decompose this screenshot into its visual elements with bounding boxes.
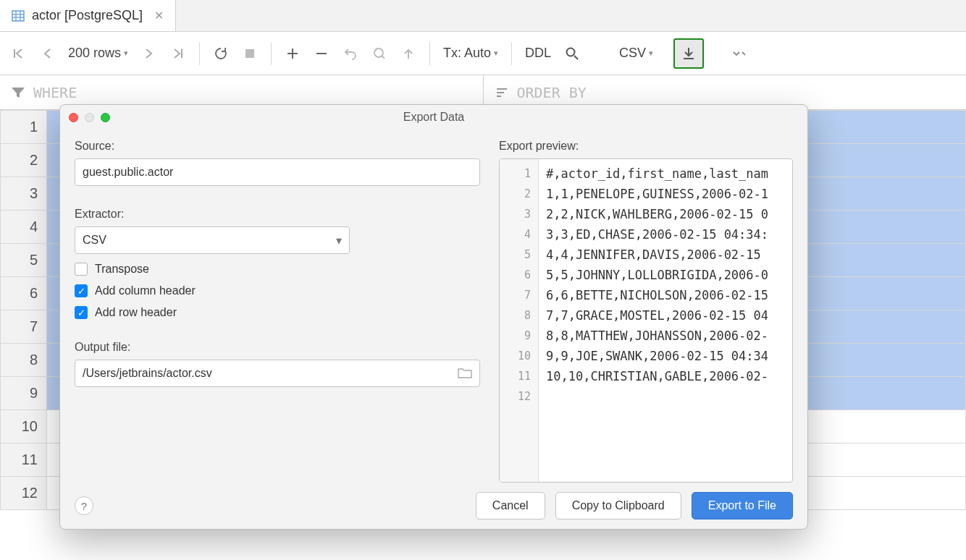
preview-label: Export preview: — [499, 140, 793, 153]
row-number[interactable]: 11 — [1, 444, 47, 477]
row-number[interactable]: 4 — [1, 211, 47, 244]
prev-page-button[interactable] — [35, 41, 59, 66]
row-number[interactable]: 7 — [1, 310, 47, 344]
reload-button[interactable] — [209, 41, 233, 66]
filter-icon — [10, 85, 26, 101]
last-page-button[interactable] — [166, 41, 190, 66]
add-row-button[interactable] — [280, 41, 305, 66]
chevron-down-icon: ▾ — [124, 48, 128, 58]
checkbox-checked-icon: ✓ — [75, 284, 88, 297]
svg-point-7 — [567, 48, 575, 56]
cancel-button[interactable]: Cancel — [476, 492, 545, 519]
export-preview: 123456789101112 #,actor_id,first_name,la… — [499, 158, 793, 483]
checkbox-checked-icon: ✓ — [75, 306, 88, 319]
source-label: Source: — [75, 140, 480, 153]
close-icon[interactable]: ✕ — [154, 9, 164, 22]
tx-mode-dropdown[interactable]: Tx: Auto▾ — [439, 46, 503, 61]
chevron-down-icon: ▾ — [649, 48, 653, 58]
chevron-down-icon: ▾ — [494, 48, 498, 58]
tab-title: actor [PostgreSQL] — [32, 8, 143, 23]
sort-icon — [494, 85, 510, 101]
export-to-file-button[interactable]: Export to File — [692, 492, 793, 519]
extractor-select[interactable]: CSV ▾ — [75, 226, 350, 254]
row-number[interactable]: 10 — [1, 410, 47, 444]
export-button[interactable] — [673, 38, 704, 69]
stop-button[interactable] — [238, 41, 262, 66]
extractor-label: Extractor: — [75, 208, 480, 221]
output-file-label: Output file: — [75, 341, 480, 354]
add-column-header-checkbox[interactable]: ✓ Add column header — [75, 284, 480, 297]
preview-lines: #,actor_id,first_name,last_nam1,1,PENELO… — [539, 159, 792, 482]
add-row-header-checkbox[interactable]: ✓ Add row header — [75, 306, 480, 319]
transpose-checkbox[interactable]: Transpose — [75, 263, 480, 276]
tab-actor[interactable]: actor [PostgreSQL] ✕ — [0, 0, 176, 31]
row-number[interactable]: 12 — [1, 477, 47, 510]
format-dropdown[interactable]: CSV▾ — [615, 46, 658, 61]
row-number[interactable]: 3 — [1, 177, 47, 211]
chevron-down-icon: ▾ — [336, 234, 342, 247]
table-icon — [12, 9, 25, 22]
preview-button[interactable] — [367, 41, 392, 66]
row-number[interactable]: 2 — [1, 144, 47, 177]
svg-rect-0 — [12, 11, 24, 21]
source-field[interactable]: guest.public.actor — [75, 158, 480, 186]
row-number[interactable]: 5 — [1, 244, 47, 277]
tab-bar: actor [PostgreSQL] ✕ — [0, 0, 966, 32]
next-page-button[interactable] — [137, 41, 161, 66]
folder-icon[interactable] — [458, 368, 472, 379]
row-number[interactable]: 9 — [1, 377, 47, 410]
svg-rect-5 — [245, 49, 254, 58]
preview-gutter: 123456789101112 — [500, 159, 539, 482]
output-file-field[interactable]: /Users/jetbrains/actor.csv — [75, 360, 480, 387]
copy-to-clipboard-button[interactable]: Copy to Clipboard — [555, 492, 681, 519]
row-number[interactable]: 8 — [1, 344, 47, 377]
row-number[interactable]: 1 — [1, 111, 47, 144]
dialog-title: Export Data — [60, 111, 807, 124]
download-icon — [676, 41, 701, 66]
help-button[interactable]: ? — [75, 496, 93, 515]
dialog-titlebar[interactable]: Export Data — [60, 105, 807, 130]
revert-button[interactable] — [338, 41, 363, 66]
ddl-button[interactable]: DDL — [521, 46, 555, 61]
checkbox-icon — [75, 263, 88, 276]
rows-dropdown[interactable]: 200 rows▾ — [64, 46, 133, 61]
first-page-button[interactable] — [6, 41, 30, 66]
toolbar: 200 rows▾ Tx: Auto▾ DDL CSV▾ — [0, 32, 966, 75]
row-number[interactable]: 6 — [1, 277, 47, 310]
submit-button[interactable] — [396, 41, 421, 66]
search-button[interactable] — [560, 41, 584, 66]
more-button[interactable] — [727, 41, 752, 66]
remove-row-button[interactable] — [309, 41, 334, 66]
export-dialog: Export Data Source: guest.public.actor E… — [59, 104, 808, 530]
